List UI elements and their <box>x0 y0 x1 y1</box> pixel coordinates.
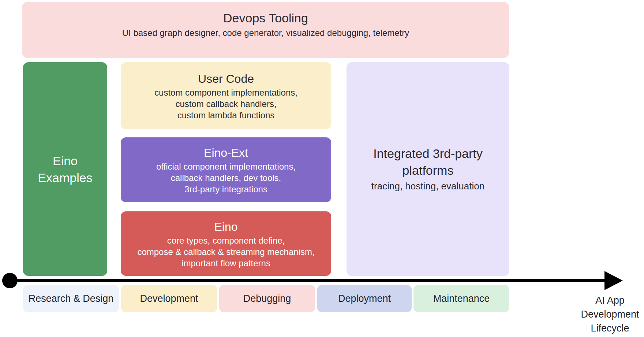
user-code-box: User Code custom component implementatio… <box>121 62 331 129</box>
devops-tooling-box: Devops Tooling UI based graph designer, … <box>22 2 509 58</box>
eino-ext-line: official component implementations, <box>156 161 296 172</box>
user-code-title: User Code <box>198 71 254 87</box>
third-party-platforms-box: Integrated 3rd-party platforms tracing, … <box>347 62 509 276</box>
lifecycle-axis-label: AI App Development Lifecycle <box>579 293 641 335</box>
phase-deployment: Deployment <box>317 285 412 312</box>
phase-development: Development <box>121 285 217 312</box>
timeline-axis-line <box>10 279 606 282</box>
eino-core-line: core types, component define, <box>167 235 285 246</box>
third-party-platforms-title: Integrated 3rd-party platforms <box>362 145 494 179</box>
third-party-platforms-subtitle: tracing, hosting, evaluation <box>371 179 484 193</box>
timeline-start-dot-icon <box>2 273 18 288</box>
eino-core-line: important flow patterns <box>181 258 270 269</box>
timeline-arrowhead-icon <box>604 271 623 290</box>
phase-maintenance: Maintenance <box>413 285 509 312</box>
eino-ext-line: 3rd-party integrations <box>184 184 267 195</box>
eino-ext-box: Eino-Ext official component implementati… <box>121 137 331 202</box>
eino-ext-title: Eino-Ext <box>204 145 248 161</box>
eino-examples-box: Eino Examples <box>23 62 107 276</box>
devops-tooling-title: Devops Tooling <box>223 10 308 26</box>
user-code-line: custom callback handlers, <box>175 98 276 110</box>
eino-core-line: compose & callback & streaming mechanism… <box>137 246 314 258</box>
phase-debugging: Debugging <box>219 285 315 312</box>
eino-core-title: Eino <box>214 219 237 235</box>
devops-tooling-subtitle: UI based graph designer, code generator,… <box>122 26 409 40</box>
eino-ext-line: callback handlers, dev tools, <box>171 172 281 184</box>
eino-core-box: Eino core types, component define, compo… <box>121 211 331 276</box>
user-code-line: custom component implementations, <box>154 87 297 98</box>
user-code-line: custom lambda functions <box>177 110 274 121</box>
phase-research-design: Research & Design <box>23 285 119 312</box>
eino-examples-title: Eino Examples <box>34 152 96 186</box>
eino-architecture-diagram: Devops Tooling UI based graph designer, … <box>0 0 644 337</box>
